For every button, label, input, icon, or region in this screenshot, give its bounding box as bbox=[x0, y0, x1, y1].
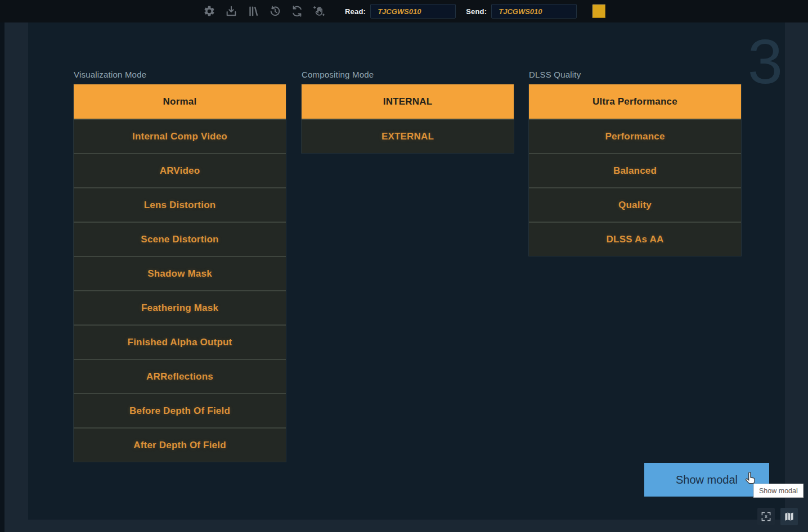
download-icon[interactable] bbox=[225, 4, 238, 18]
viewport-canvas: 3 Visualization Mode Normal Internal Com… bbox=[28, 22, 785, 520]
settings-gear-icon[interactable] bbox=[203, 4, 216, 18]
option-normal[interactable]: Normal bbox=[74, 84, 286, 119]
compositing-mode-group: Compositing Mode INTERNAL EXTERNAL bbox=[302, 70, 514, 153]
color-swatch[interactable] bbox=[592, 4, 605, 18]
option-ultra-performance[interactable]: Ultra Performance bbox=[529, 84, 741, 119]
page-number-watermark: 3 bbox=[733, 25, 798, 99]
compositing-mode-list: INTERNAL EXTERNAL bbox=[302, 84, 514, 153]
option-quality[interactable]: Quality bbox=[529, 187, 741, 222]
option-finished-alpha-output[interactable]: Finished Alpha Output bbox=[74, 324, 286, 359]
option-arvideo[interactable]: ARVideo bbox=[74, 153, 286, 187]
option-arreflections[interactable]: ARReflections bbox=[74, 359, 286, 393]
magic-hand-icon[interactable] bbox=[312, 4, 326, 18]
send-input[interactable] bbox=[491, 4, 577, 19]
option-internal-comp-video[interactable]: Internal Comp Video bbox=[74, 119, 286, 153]
dlss-quality-list: Ultra Performance Performance Balanced Q… bbox=[529, 84, 741, 256]
visualization-mode-title: Visualization Mode bbox=[74, 70, 286, 80]
visualization-mode-list: Normal Internal Comp Video ARVideo Lens … bbox=[74, 84, 286, 462]
dlss-quality-group: DLSS Quality Ultra Performance Performan… bbox=[529, 70, 741, 256]
history-icon[interactable] bbox=[268, 4, 282, 18]
send-label: Send: bbox=[466, 7, 487, 16]
option-internal[interactable]: INTERNAL bbox=[302, 84, 514, 119]
option-performance[interactable]: Performance bbox=[529, 119, 741, 153]
option-scene-distortion[interactable]: Scene Distortion bbox=[74, 222, 286, 256]
show-modal-tooltip: Show modal bbox=[753, 484, 803, 498]
compositing-mode-title: Compositing Mode bbox=[302, 70, 514, 80]
mouse-cursor-icon bbox=[744, 471, 758, 485]
option-shadow-mask[interactable]: Shadow Mask bbox=[74, 256, 286, 290]
option-lens-distortion[interactable]: Lens Distortion bbox=[74, 187, 286, 222]
read-label: Read: bbox=[345, 7, 366, 16]
option-balanced[interactable]: Balanced bbox=[529, 153, 741, 187]
toolbar: Read: Send: bbox=[0, 0, 808, 22]
map-button[interactable] bbox=[780, 508, 798, 525]
option-before-depth-of-field[interactable]: Before Depth Of Field bbox=[74, 393, 286, 427]
left-edge-strip bbox=[0, 22, 5, 532]
sync-icon[interactable] bbox=[290, 4, 304, 18]
option-after-depth-of-field[interactable]: After Depth Of Field bbox=[74, 427, 286, 462]
option-dlss-as-aa[interactable]: DLSS As AA bbox=[529, 222, 741, 256]
map-icon bbox=[784, 511, 794, 522]
visualization-mode-group: Visualization Mode Normal Internal Comp … bbox=[74, 70, 286, 462]
fit-to-screen-button[interactable] bbox=[757, 508, 775, 525]
dlss-quality-title: DLSS Quality bbox=[529, 70, 741, 80]
fit-to-screen-icon bbox=[761, 511, 771, 522]
option-external[interactable]: EXTERNAL bbox=[302, 119, 514, 153]
toolbar-icon-group bbox=[203, 4, 326, 18]
library-icon[interactable] bbox=[246, 4, 260, 18]
option-feathering-mask[interactable]: Feathering Mask bbox=[74, 290, 286, 324]
read-input[interactable] bbox=[370, 4, 456, 19]
